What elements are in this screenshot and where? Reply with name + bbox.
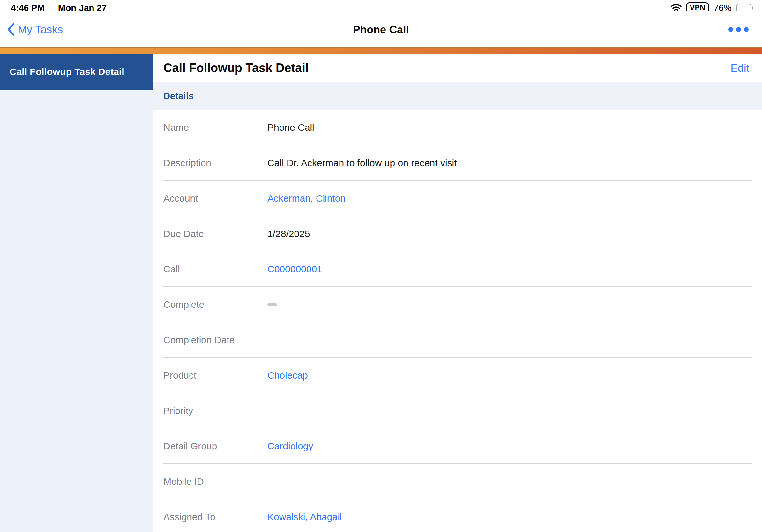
detail-panel: Call Followup Task Detail Edit Details N… — [153, 54, 762, 532]
field-label: Account — [153, 193, 267, 204]
field-row-call: Call C000000001 — [153, 251, 762, 287]
ellipsis-icon — [728, 27, 749, 32]
details-section-title: Details — [163, 91, 194, 101]
back-button-label: My Tasks — [18, 23, 63, 36]
accent-gradient-bar — [0, 47, 762, 54]
field-label: Assigned To — [153, 511, 267, 522]
field-row-assigned-to: Assigned To Kowalski, Abagail — [153, 499, 762, 532]
detail-header: Call Followup Task Detail Edit — [153, 54, 762, 82]
status-bar: 4:46 PM Mon Jan 27 VPN 76% — [0, 0, 762, 12]
nav-bar: My Tasks Phone Call — [0, 12, 762, 47]
edit-button[interactable]: Edit — [730, 62, 749, 74]
field-row-completion-date: Completion Date — [153, 322, 762, 358]
battery-icon — [736, 4, 753, 12]
field-value-link[interactable]: Kowalski, Abagail — [267, 511, 342, 522]
more-button[interactable] — [728, 27, 749, 32]
field-row-complete: Complete — [153, 287, 762, 322]
details-section-header: Details — [153, 82, 762, 110]
field-label: Due Date — [153, 229, 267, 239]
field-row-mobile-id: Mobile ID — [153, 464, 762, 499]
field-value-link[interactable]: Ackerman, Clinton — [267, 193, 345, 204]
field-label: Description — [153, 158, 267, 168]
field-label: Complete — [153, 299, 267, 310]
field-row-due-date: Due Date 1/28/2025 — [153, 216, 762, 251]
back-chevron-icon — [7, 23, 15, 36]
field-row-name: Name Phone Call — [153, 110, 762, 145]
field-label: Mobile ID — [153, 476, 267, 487]
field-label: Detail Group — [153, 441, 267, 452]
field-value-link[interactable]: C000000001 — [267, 264, 322, 275]
field-rows: Name Phone Call Description Call Dr. Ack… — [153, 110, 762, 532]
wifi-icon — [671, 4, 682, 12]
field-value-link[interactable]: Cholecap — [267, 370, 308, 381]
field-value: Phone Call — [267, 122, 314, 133]
field-label: Product — [153, 370, 267, 381]
field-row-detail-group: Detail Group Cardiology — [153, 428, 762, 464]
field-label: Completion Date — [153, 335, 267, 345]
field-label: Call — [153, 264, 267, 275]
field-value: 1/28/2025 — [267, 229, 310, 239]
sidebar-item-call-followup-task-detail[interactable]: Call Followup Task Detail — [0, 54, 153, 90]
sidebar-item-label: Call Followup Task Detail — [10, 66, 124, 77]
page-title: Call Followup Task Detail — [163, 61, 309, 75]
phone-call-detail-screen: 4:46 PM Mon Jan 27 VPN 76% — [0, 0, 762, 532]
field-row-account: Account Ackerman, Clinton — [153, 180, 762, 216]
field-row-description: Description Call Dr. Ackerman to follow … — [153, 145, 762, 180]
field-row-product: Product Cholecap — [153, 358, 762, 393]
nav-title: Phone Call — [0, 23, 762, 36]
field-label: Name — [153, 122, 267, 133]
field-label: Priority — [153, 405, 267, 416]
field-value-link[interactable]: Cardiology — [267, 441, 313, 452]
field-row-priority: Priority — [153, 393, 762, 428]
content-area: Call Followup Task Detail Call Followup … — [0, 54, 762, 532]
field-value: Call Dr. Ackerman to follow up on recent… — [267, 158, 457, 168]
sidebar: Call Followup Task Detail — [0, 54, 153, 532]
dash-icon — [267, 303, 277, 305]
back-button[interactable]: My Tasks — [7, 23, 63, 36]
